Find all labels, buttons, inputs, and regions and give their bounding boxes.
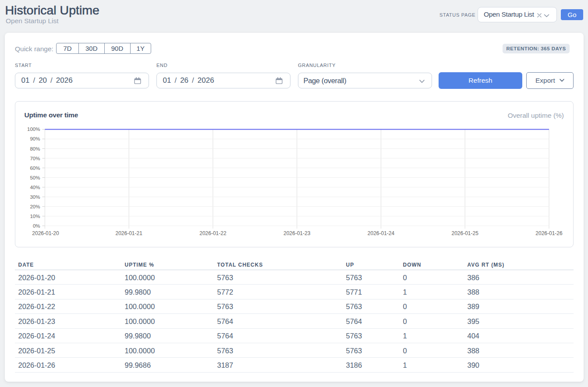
- svg-text:50%: 50%: [30, 175, 40, 180]
- svg-text:40%: 40%: [30, 185, 40, 190]
- svg-text:2026-01-21: 2026-01-21: [116, 230, 143, 236]
- svg-text:30%: 30%: [30, 194, 40, 200]
- svg-text:70%: 70%: [30, 156, 40, 161]
- svg-text:2026-01-24: 2026-01-24: [368, 230, 395, 236]
- svg-text:2026-01-20: 2026-01-20: [32, 230, 59, 236]
- svg-text:80%: 80%: [30, 146, 40, 151]
- svg-text:10%: 10%: [30, 214, 40, 219]
- svg-text:2026-01-23: 2026-01-23: [283, 230, 311, 236]
- svg-text:90%: 90%: [30, 136, 40, 141]
- svg-text:60%: 60%: [30, 165, 40, 171]
- svg-text:2026-01-25: 2026-01-25: [452, 230, 479, 236]
- svg-text:20%: 20%: [30, 204, 40, 209]
- svg-text:2026-01-26: 2026-01-26: [535, 230, 563, 236]
- svg-text:0%: 0%: [33, 223, 40, 229]
- svg-text:2026-01-22: 2026-01-22: [199, 230, 227, 236]
- svg-text:100%: 100%: [27, 127, 40, 132]
